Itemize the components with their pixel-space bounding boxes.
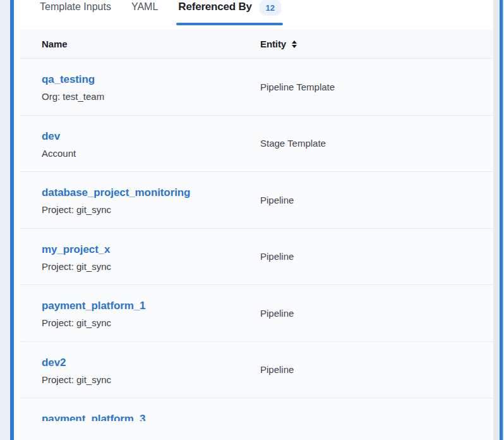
tab-bar: Template InputsYAMLReferenced By12 xyxy=(14,0,493,25)
table-row[interactable]: devAccountStage Template xyxy=(20,116,493,173)
column-header-name: Name xyxy=(20,39,260,49)
column-header-entity-label: Entity xyxy=(260,39,286,49)
reference-name-link[interactable]: my_project_x xyxy=(42,243,260,256)
cell-entity xyxy=(260,398,493,421)
table-row[interactable]: payment_platform_1Project: git_syncPipel… xyxy=(20,285,493,342)
reference-name-link[interactable]: dev xyxy=(42,130,260,143)
reference-name-link[interactable]: payment_platform_1 xyxy=(42,300,260,312)
cell-name: devAccount xyxy=(20,116,260,172)
drawer-content: Template InputsYAMLReferenced By12 Name … xyxy=(14,0,493,440)
reference-scope-label: Project: git_sync xyxy=(42,260,260,272)
table-row[interactable]: database_project_monitoringProject: git_… xyxy=(20,172,493,229)
cell-name: payment_platform_1Project: git_sync xyxy=(20,285,260,341)
reference-name-link[interactable]: database_project_monitoring xyxy=(42,186,260,199)
tab-label: Referenced By xyxy=(178,0,251,13)
active-tab-underline xyxy=(176,23,282,25)
vertical-scrollbar[interactable] xyxy=(493,0,500,440)
template-details-drawer: Template InputsYAMLReferenced By12 Name … xyxy=(0,0,504,440)
cell-name: payment_platform_3 xyxy=(20,398,260,421)
cell-name: dev2Project: git_sync xyxy=(20,342,260,398)
cell-name: my_project_xProject: git_sync xyxy=(20,229,260,285)
reference-scope-label: Project: git_sync xyxy=(42,204,260,216)
reference-name-link[interactable]: dev2 xyxy=(42,357,260,369)
reference-scope-label: Org: test_team xyxy=(42,90,260,102)
cell-entity: Pipeline xyxy=(260,229,493,285)
tab-referenced-by[interactable]: Referenced By12 xyxy=(178,0,280,25)
table-row[interactable]: my_project_xProject: git_syncPipeline xyxy=(20,229,493,286)
cell-entity: Pipeline xyxy=(260,342,493,398)
reference-name-link[interactable]: payment_platform_3 xyxy=(42,413,260,421)
table-row[interactable]: dev2Project: git_syncPipeline xyxy=(20,342,493,399)
reference-name-link[interactable]: qa_testing xyxy=(42,73,260,86)
tab-count-badge: 12 xyxy=(260,0,281,16)
tab-template-inputs[interactable]: Template Inputs xyxy=(40,0,111,25)
tab-label: YAML xyxy=(131,0,158,13)
column-header-entity[interactable]: Entity xyxy=(260,39,493,49)
cell-name: qa_testingOrg: test_team xyxy=(20,59,260,115)
reference-scope-label: Project: git_sync xyxy=(42,317,260,329)
reference-scope-label: Account xyxy=(42,147,260,159)
tab-label: Template Inputs xyxy=(40,0,111,13)
table-body: qa_testingOrg: test_teamPipeline Templat… xyxy=(20,59,493,421)
table-row[interactable]: qa_testingOrg: test_teamPipeline Templat… xyxy=(20,59,493,116)
referenced-by-table: Name Entity qa_testingOrg: test_teamPipe… xyxy=(20,30,493,421)
reference-scope-label: Project: git_sync xyxy=(42,374,260,386)
tab-yaml[interactable]: YAML xyxy=(131,0,158,25)
cell-entity: Pipeline Template xyxy=(260,59,493,115)
page-background-left xyxy=(0,0,10,440)
cell-name: database_project_monitoringProject: git_… xyxy=(20,172,260,228)
table-header-row: Name Entity xyxy=(20,30,493,59)
table-clip-strip xyxy=(20,421,493,440)
table-row[interactable]: payment_platform_3 xyxy=(20,398,493,421)
cell-entity: Pipeline xyxy=(260,172,493,228)
cell-entity: Stage Template xyxy=(260,116,493,172)
cell-entity: Pipeline xyxy=(260,285,493,341)
sort-arrows-icon[interactable] xyxy=(292,40,297,48)
